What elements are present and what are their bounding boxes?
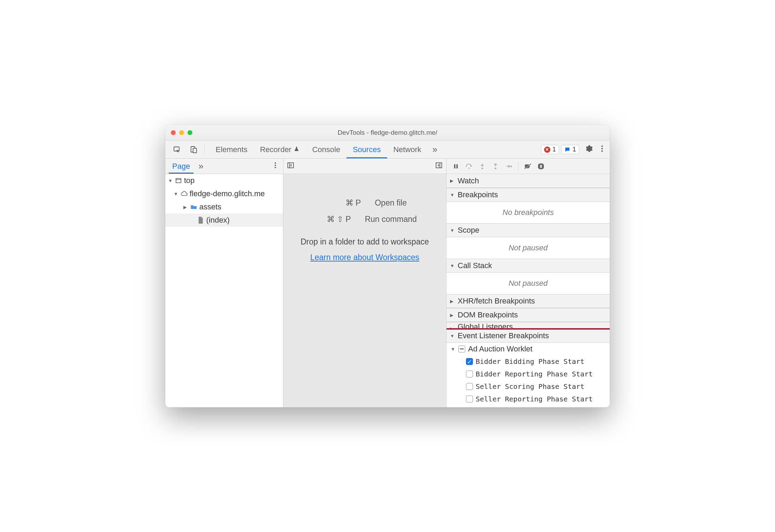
tab-recorder-label: Recorder xyxy=(260,145,291,154)
checkbox-ad-auction-group[interactable]: − xyxy=(458,346,465,352)
svg-point-7 xyxy=(275,164,276,166)
checkbox-seller-reporting[interactable] xyxy=(466,396,473,402)
pause-icon[interactable] xyxy=(450,161,462,172)
svg-point-6 xyxy=(275,162,276,164)
error-badge[interactable]: ✕ 1 xyxy=(541,145,559,154)
svg-point-4 xyxy=(601,148,603,149)
event-seller-reporting[interactable]: Seller Reporting Phase Start xyxy=(447,393,610,405)
event-item-label: Bidder Bidding Phase Start xyxy=(476,357,584,366)
svg-rect-23 xyxy=(176,178,181,183)
section-scope[interactable]: Scope xyxy=(447,223,610,237)
step-out-icon[interactable] xyxy=(490,161,501,172)
event-group-animation[interactable]: Animation xyxy=(447,405,610,407)
event-group-label: Ad Auction Worklet xyxy=(468,344,532,354)
page-panel-more-icon[interactable] xyxy=(271,161,280,171)
main-toolbar: Elements Recorder Console Sources Networ… xyxy=(165,141,610,159)
section-xhr[interactable]: XHR/fetch Breakpoints xyxy=(447,294,610,308)
settings-icon[interactable] xyxy=(581,144,596,155)
section-event-listener-breakpoints[interactable]: Event Listener Breakpoints xyxy=(447,329,610,343)
tab-network[interactable]: Network xyxy=(387,141,428,158)
svg-point-3 xyxy=(601,145,603,147)
tree-top-label: top xyxy=(184,176,195,185)
message-icon xyxy=(564,147,570,153)
cloud-icon xyxy=(181,190,188,197)
navigator-tree: top fledge-demo.glitch.me assets (index) xyxy=(165,174,283,407)
tab-sources[interactable]: Sources xyxy=(347,141,387,158)
show-navigator-icon[interactable] xyxy=(287,161,294,171)
tree-top[interactable]: top xyxy=(165,174,283,187)
hint-key-openfile: ⌘ P xyxy=(323,198,361,208)
workspace-drop-hint: Drop in a folder to add to workspace xyxy=(301,237,429,247)
section-watch[interactable]: Watch xyxy=(447,174,610,188)
svg-rect-14 xyxy=(457,164,458,168)
hint-label-openfile: Open file xyxy=(375,198,407,208)
panel-tabs: Elements Recorder Console Sources Networ… xyxy=(209,141,442,158)
checkbox-bidder-bidding[interactable]: ✓ xyxy=(466,358,473,365)
tree-origin-label: fledge-demo.glitch.me xyxy=(190,189,265,198)
tree-folder-label: assets xyxy=(199,202,222,211)
breakpoints-empty: No breakpoints xyxy=(447,205,610,221)
section-dom[interactable]: DOM Breakpoints xyxy=(447,308,610,322)
tab-console[interactable]: Console xyxy=(306,141,347,158)
event-item-label: Seller Reporting Phase Start xyxy=(476,395,593,403)
svg-point-15 xyxy=(468,167,470,169)
event-seller-scoring[interactable]: Seller Scoring Phase Start xyxy=(447,380,610,393)
tree-folder-assets[interactable]: assets xyxy=(165,200,283,214)
tree-file-index[interactable]: (index) xyxy=(165,214,283,227)
svg-rect-13 xyxy=(454,164,456,168)
error-count: 1 xyxy=(552,146,556,153)
checkbox-seller-scoring[interactable] xyxy=(466,383,473,390)
folder-icon xyxy=(190,203,197,210)
event-item-label: Seller Scoring Phase Start xyxy=(476,382,584,391)
event-group-ad-auction[interactable]: − Ad Auction Worklet xyxy=(447,343,610,355)
page-tabs-overflow[interactable]: » xyxy=(193,161,208,172)
tab-elements[interactable]: Elements xyxy=(209,141,254,158)
svg-point-17 xyxy=(495,167,497,169)
tabs-overflow[interactable]: » xyxy=(427,141,442,158)
scope-empty: Not paused xyxy=(447,240,610,256)
editor-pane: ⌘ P Open file ⌘ ⇧ P Run command Drop in … xyxy=(283,174,447,407)
svg-rect-2 xyxy=(193,148,197,153)
svg-point-8 xyxy=(275,167,276,168)
svg-rect-21 xyxy=(540,165,541,168)
callstack-empty: Not paused xyxy=(447,275,610,291)
message-count: 1 xyxy=(573,146,576,153)
svg-point-18 xyxy=(510,165,512,167)
device-toolbar-icon[interactable] xyxy=(185,141,202,158)
tree-file-label: (index) xyxy=(206,216,230,225)
message-badge[interactable]: 1 xyxy=(561,145,579,154)
hint-key-runcmd: ⌘ ⇧ P xyxy=(313,215,351,224)
checkbox-bidder-reporting[interactable] xyxy=(466,371,473,377)
pause-exceptions-icon[interactable] xyxy=(535,161,547,172)
frame-icon xyxy=(175,177,182,184)
page-tab[interactable]: Page xyxy=(169,159,193,174)
show-debugger-icon[interactable] xyxy=(435,161,443,171)
svg-rect-22 xyxy=(541,165,542,168)
step-into-icon[interactable] xyxy=(476,161,488,172)
error-icon: ✕ xyxy=(544,147,550,153)
section-global-listeners[interactable]: Global Listeners xyxy=(447,322,610,329)
workspaces-link[interactable]: Learn more about Workspaces xyxy=(310,253,419,262)
debugger-sidebar: Watch Breakpoints No breakpoints Scope N… xyxy=(447,174,610,407)
flask-icon xyxy=(293,145,300,154)
titlebar: DevTools - fledge-demo.glitch.me/ xyxy=(165,125,610,141)
section-callstack[interactable]: Call Stack xyxy=(447,259,610,273)
step-icon[interactable] xyxy=(503,161,515,172)
deactivate-breakpoints-icon[interactable] xyxy=(522,161,534,172)
event-bidder-bidding[interactable]: ✓ Bidder Bidding Phase Start xyxy=(447,355,610,368)
file-icon xyxy=(197,217,204,224)
svg-point-16 xyxy=(482,167,483,169)
event-bidder-reporting[interactable]: Bidder Reporting Phase Start xyxy=(447,368,610,380)
window-title: DevTools - fledge-demo.glitch.me/ xyxy=(165,129,610,136)
hint-label-runcmd: Run command xyxy=(365,215,417,224)
step-over-icon[interactable] xyxy=(463,161,475,172)
tree-origin[interactable]: fledge-demo.glitch.me xyxy=(165,187,283,200)
svg-point-5 xyxy=(601,150,603,151)
svg-rect-0 xyxy=(174,147,179,151)
inspect-element-icon[interactable] xyxy=(169,141,185,158)
devtools-window: DevTools - fledge-demo.glitch.me/ Elemen… xyxy=(165,125,610,407)
section-breakpoints[interactable]: Breakpoints xyxy=(447,188,610,202)
tab-recorder[interactable]: Recorder xyxy=(254,141,306,158)
event-group-animation-label: Animation xyxy=(468,407,502,408)
more-options-icon[interactable] xyxy=(598,144,606,155)
